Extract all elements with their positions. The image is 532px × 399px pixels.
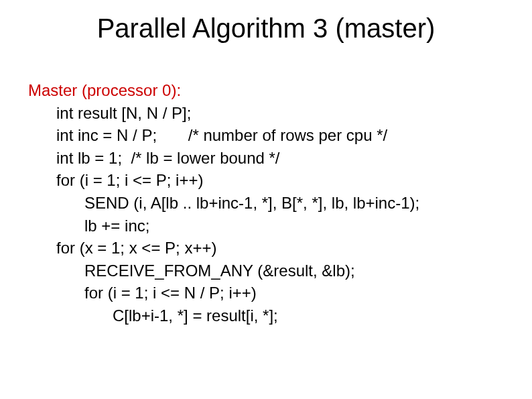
code-line: int inc = N / P; /* number of rows per c… (28, 124, 504, 147)
code-line: int lb = 1; /* lb = lower bound */ (28, 147, 504, 170)
code-line: C[lb+i-1, *] = result[i, *]; (28, 304, 504, 327)
slide: Parallel Algorithm 3 (master) Master (pr… (0, 0, 532, 399)
code-line: RECEIVE_FROM_ANY (&result, &lb); (28, 260, 504, 282)
code-block: Master (processor 0): int result [N, N /… (28, 79, 504, 327)
code-line: for (i = 1; i <= N / P; i++) (28, 282, 504, 304)
code-line: for (x = 1; x <= P; x++) (28, 237, 504, 260)
code-line: SEND (i, A[lb .. lb+inc-1, *], B[*, *], … (28, 192, 504, 215)
code-line-master: Master (processor 0): (28, 79, 504, 102)
code-line: int result [N, N / P]; (28, 102, 504, 125)
code-line: for (i = 1; i <= P; i++) (28, 169, 504, 192)
code-line: lb += inc; (28, 215, 504, 237)
slide-title: Parallel Algorithm 3 (master) (0, 13, 532, 44)
